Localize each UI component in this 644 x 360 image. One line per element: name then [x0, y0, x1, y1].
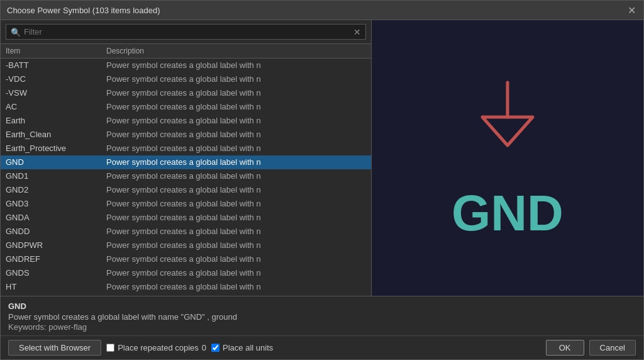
- list-item-name: HT: [6, 282, 106, 291]
- column-description-header: Description: [106, 47, 366, 55]
- ok-button[interactable]: OK: [546, 340, 584, 356]
- select-with-browser-button[interactable]: Select with Browser: [8, 340, 101, 356]
- search-bar: 🔍 ✕: [1, 20, 371, 44]
- place-all-units-label: Place all units: [223, 343, 273, 352]
- list-item[interactable]: GND1Power symbol creates a global label …: [1, 169, 371, 183]
- gnd-text-svg: GND: [426, 177, 589, 240]
- list-item-name: Earth: [6, 116, 106, 125]
- list-item-description: Power symbol creates a global label with…: [106, 116, 366, 125]
- list-item-name: GNDS: [6, 268, 106, 278]
- list-item-name: GNDD: [6, 227, 106, 236]
- list-item[interactable]: HTPower symbol creates a global label wi…: [1, 280, 371, 294]
- place-repeated-label: Place repeated copies: [118, 343, 199, 352]
- place-all-units-group: Place all units: [211, 343, 273, 352]
- gnd-symbol-svg: [445, 76, 570, 177]
- main-content: 🔍 ✕ Item Description -BATTPower symbol c…: [1, 20, 643, 296]
- list-item[interactable]: Earth_ProtectivePower symbol creates a g…: [1, 142, 371, 155]
- close-button[interactable]: ✕: [626, 4, 637, 16]
- list-item-description: Power symbol creates a global label with…: [106, 185, 366, 194]
- list-item-description: Power symbol creates a global label with…: [106, 171, 366, 181]
- list-item[interactable]: Earth_CleanPower symbol creates a global…: [1, 128, 371, 142]
- list-item-name: GND3: [6, 199, 106, 208]
- list-item-name: -VDC: [6, 74, 106, 84]
- list-item-name: GNDA: [6, 213, 106, 222]
- list-item-name: GND: [6, 157, 106, 167]
- list-item-name: Earth_Clean: [6, 130, 106, 139]
- dialog-title: Choose Power Symbol (103 items loaded): [7, 6, 160, 15]
- cancel-button[interactable]: Cancel: [589, 340, 636, 356]
- search-input[interactable]: [6, 24, 366, 40]
- left-panel: 🔍 ✕ Item Description -BATTPower symbol c…: [1, 20, 372, 296]
- list-item[interactable]: -VDCPower symbol creates a global label …: [1, 72, 371, 86]
- list-item-description: Power symbol creates a global label with…: [106, 227, 366, 236]
- list-item-description: Power symbol creates a global label with…: [106, 199, 366, 208]
- column-item-header: Item: [6, 47, 106, 55]
- list-item[interactable]: GNDAPower symbol creates a global label …: [1, 211, 371, 225]
- list-item[interactable]: ACPower symbol creates a global label wi…: [1, 100, 371, 114]
- list-item-description: Power symbol creates a global label with…: [106, 254, 366, 264]
- keywords-label: Keywords:: [8, 322, 47, 332]
- info-section: GND Power symbol creates a global label …: [1, 296, 643, 336]
- list-item[interactable]: -VSWPower symbol creates a global label …: [1, 86, 371, 100]
- place-all-units-checkbox[interactable]: [211, 344, 219, 352]
- list-item[interactable]: -BATTPower symbol creates a global label…: [1, 59, 371, 72]
- list-item[interactable]: GNDDPower symbol creates a global label …: [1, 225, 371, 239]
- list-item-name: Earth_Protective: [6, 143, 106, 153]
- symbol-preview: GND: [426, 76, 589, 240]
- place-repeated-checkbox[interactable]: [106, 344, 114, 352]
- keywords-value: power-flag: [48, 322, 87, 332]
- place-repeated-count: 0: [202, 343, 206, 352]
- list-item-description: Power symbol creates a global label with…: [106, 268, 366, 278]
- selected-item-description: Power symbol creates a global label with…: [8, 312, 636, 322]
- list-item[interactable]: GNDPower symbol creates a global label w…: [1, 155, 371, 169]
- table-header: Item Description: [1, 44, 371, 59]
- list-item-name: GNDREF: [6, 254, 106, 264]
- list-item-description: Power symbol creates a global label with…: [106, 74, 366, 84]
- list-item-name: -VSW: [6, 88, 106, 98]
- footer: Select with Browser Place repeated copie…: [1, 336, 643, 359]
- place-repeated-group: Place repeated copies 0: [106, 343, 206, 352]
- search-icon: 🔍: [11, 27, 21, 37]
- title-bar: Choose Power Symbol (103 items loaded) ✕: [1, 1, 643, 20]
- list-item-name: -BATT: [6, 60, 106, 70]
- list-item-name: AC: [6, 102, 106, 111]
- list-item-description: Power symbol creates a global label with…: [106, 143, 366, 153]
- list-item[interactable]: GNDREFPower symbol creates a global labe…: [1, 252, 371, 266]
- list-item-name: GNDPWR: [6, 240, 106, 250]
- preview-panel: GND: [372, 20, 643, 296]
- svg-text:GND: GND: [452, 185, 564, 240]
- selected-item-name: GND: [8, 301, 636, 311]
- list-item-name: GND1: [6, 171, 106, 181]
- list-item-description: Power symbol creates a global label with…: [106, 282, 366, 291]
- choose-power-symbol-dialog: Choose Power Symbol (103 items loaded) ✕…: [0, 0, 644, 360]
- list-item-description: Power symbol creates a global label with…: [106, 130, 366, 139]
- list-item-description: Power symbol creates a global label with…: [106, 60, 366, 70]
- selected-item-keywords: Keywords: power-flag: [8, 322, 636, 332]
- bottom-area: GND Power symbol creates a global label …: [1, 296, 643, 359]
- list-item-description: Power symbol creates a global label with…: [106, 240, 366, 250]
- list-item[interactable]: EarthPower symbol creates a global label…: [1, 114, 371, 128]
- items-list[interactable]: -BATTPower symbol creates a global label…: [1, 59, 371, 296]
- list-item[interactable]: GND2Power symbol creates a global label …: [1, 183, 371, 197]
- list-item[interactable]: GNDPWRPower symbol creates a global labe…: [1, 239, 371, 252]
- list-item[interactable]: GND3Power symbol creates a global label …: [1, 197, 371, 211]
- list-item-name: GND2: [6, 185, 106, 194]
- list-item-description: Power symbol creates a global label with…: [106, 157, 366, 167]
- list-item-description: Power symbol creates a global label with…: [106, 213, 366, 222]
- list-item-description: Power symbol creates a global label with…: [106, 102, 366, 111]
- list-item[interactable]: GNDSPower symbol creates a global label …: [1, 266, 371, 280]
- clear-icon[interactable]: ✕: [353, 27, 361, 37]
- list-item-description: Power symbol creates a global label with…: [106, 88, 366, 98]
